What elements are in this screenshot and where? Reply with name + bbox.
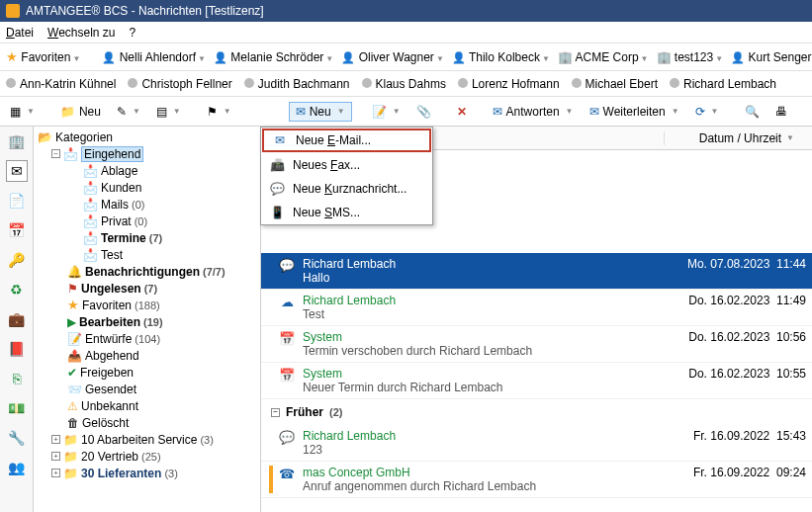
user-button[interactable]: 👤Ric	[807, 103, 813, 121]
tree-kunden[interactable]: 📩Kunden	[38, 179, 260, 196]
favorites-button[interactable]: ★ Favoriten▼	[6, 49, 80, 64]
nav-exit-icon[interactable]: ⎘	[6, 368, 28, 389]
nav-wrench-icon[interactable]: 🔧	[6, 427, 28, 449]
menu-wechseln[interactable]: Wechseln zu	[47, 26, 115, 40]
new-message-button[interactable]: ✉Neu▼	[289, 102, 352, 122]
tree-privat[interactable]: 📩Privat (0)	[38, 213, 260, 229]
tree-abgehend[interactable]: 📤Abgehend	[38, 347, 260, 364]
app-logo	[6, 4, 20, 18]
tree-freigeben[interactable]: ✔Freigeben	[38, 364, 260, 381]
nav-key-icon[interactable]: 🔑	[6, 249, 28, 271]
tree-abarbeiten[interactable]: +📁10 Abarbeiten Service (3)	[38, 431, 260, 448]
fav-contact[interactable]: Christoph Fellner	[128, 77, 231, 91]
fav-contact[interactable]: Michael Ebert	[572, 77, 658, 91]
msg-subject: Termin verschoben durch Richard Lembach	[303, 344, 668, 358]
tree-bearbeiten[interactable]: ▶Bearbeiten (19)	[38, 313, 260, 330]
tree-vertrieb[interactable]: +📁20 Vertrieb (25)	[38, 448, 260, 465]
tree-mails[interactable]: 📩Mails (0)	[38, 196, 260, 213]
chevron-down-icon: ▼	[786, 133, 794, 142]
layout-button[interactable]: ▦▼	[4, 103, 41, 121]
tree-ungelesen[interactable]: ⚑Ungelesen (7)	[38, 280, 260, 297]
status-dot-icon	[670, 78, 679, 88]
message-row[interactable]: 💬Richard Lembach123Fr. 16.09.2022 15:43	[261, 425, 812, 462]
tree-unbekannt[interactable]: ⚠Unbekannt	[38, 397, 260, 414]
collapse-icon[interactable]: −	[51, 149, 60, 158]
new-folder-button[interactable]: 📁Neu	[54, 103, 107, 121]
fav-person[interactable]: 👤 Thilo Kolbeck▼	[452, 50, 550, 64]
nav-building-icon[interactable]: 🏢	[6, 130, 28, 152]
message-row[interactable]: 📅SystemNeuer Termin durch Richard Lembac…	[261, 363, 812, 399]
dd-new-shortmsg[interactable]: 💬Neue Kurznachricht...	[261, 177, 432, 201]
tree-eingehend[interactable]: −📩Eingehend	[38, 145, 260, 162]
nav-book-icon[interactable]: 📕	[6, 338, 28, 360]
fav-contact[interactable]: Lorenz Hofmann	[458, 77, 560, 91]
fav-company[interactable]: 🏢 ACME Corp▼	[558, 50, 649, 64]
collapse-icon[interactable]: −	[271, 408, 280, 417]
nav-briefcase-icon[interactable]: 💼	[6, 308, 28, 330]
fav-person[interactable]: 👤 Kurt Senger▼	[731, 50, 812, 64]
tree-entwuerfe[interactable]: 📝Entwürfe (104)	[38, 330, 260, 347]
message-row[interactable]: 📅SystemTermin verschoben durch Richard L…	[261, 326, 812, 363]
msg-from: Richard Lembach	[303, 257, 668, 271]
delete-button[interactable]: ✕	[451, 103, 473, 121]
fav-contact[interactable]: Richard Lembach	[670, 77, 776, 91]
play-icon: ▶	[67, 315, 76, 329]
folder-icon: 📁	[63, 433, 78, 447]
nav-recycle-icon[interactable]: ♻	[6, 279, 28, 300]
msg-date: Do. 16.02.2023 11:49	[668, 294, 806, 321]
search-button[interactable]: 🔍	[739, 103, 766, 121]
message-row[interactable]: ☎mas Concept GmbHAnruf angenommen durch …	[261, 462, 812, 498]
nav-people-icon[interactable]: 👥	[6, 457, 28, 478]
menu-help[interactable]: ?	[130, 26, 136, 40]
fav-company[interactable]: 🏢 test123▼	[657, 50, 724, 64]
message-row[interactable]: ☁Richard LembachTestDo. 16.02.2023 11:49	[261, 290, 812, 326]
expand-icon[interactable]: +	[51, 435, 60, 444]
forward-button[interactable]: ✉Weiterleiten▼	[584, 103, 685, 121]
nav-calendar-icon[interactable]: 📅	[6, 219, 28, 241]
fav-person[interactable]: 👤 Melanie Schröder▼	[214, 50, 333, 64]
nav-document-icon[interactable]: 📄	[6, 190, 28, 212]
print-button[interactable]: 🖶	[769, 103, 793, 121]
tree-lieferanten[interactable]: +📁30 Lieferanten (3)	[38, 465, 260, 481]
message-row[interactable]: 💬Richard LembachHalloMo. 07.08.2023 11:4…	[261, 253, 812, 290]
fav-contact[interactable]: Ann-Katrin Kühnel	[6, 77, 116, 91]
fav-contact[interactable]: Klaus Dahms	[362, 77, 446, 91]
sent-icon: 📨	[67, 383, 82, 396]
reply-button[interactable]: ✉Antworten▼	[487, 103, 580, 121]
nav-money-icon[interactable]: 💵	[6, 397, 28, 419]
msg-from: Richard Lembach	[303, 294, 668, 307]
draft-icon: 📝	[67, 332, 82, 346]
expand-icon[interactable]: +	[51, 469, 60, 477]
edit-button[interactable]: ✎▼	[111, 103, 146, 121]
expand-icon[interactable]: +	[51, 452, 60, 461]
envelope-icon: ✉	[296, 105, 306, 119]
folder-icon: 📁	[60, 105, 75, 119]
tree-kategorien[interactable]: 📂Kategorien	[38, 128, 260, 145]
dd-new-fax[interactable]: 📠Neues Fax...	[261, 153, 432, 177]
nav-sidebar: 🏢 ✉ 📄 📅 🔑 ♻ 💼 📕 ⎘ 💵 🔧 👥	[0, 127, 34, 512]
tree-test[interactable]: 📩Test	[38, 246, 260, 263]
menu-datei[interactable]: Datei	[6, 26, 34, 40]
tree-favoriten[interactable]: ★Favoriten (188)	[38, 297, 260, 313]
tree-termine[interactable]: 📩Termine (7)	[38, 229, 260, 246]
filter-button[interactable]: ▤▼	[150, 103, 187, 121]
attach-button[interactable]: 📎	[410, 103, 437, 121]
fav-contact[interactable]: Judith Bachmann	[244, 77, 350, 91]
flag-button[interactable]: ⚑▼	[201, 103, 237, 121]
tree-geloescht[interactable]: 🗑Gelöscht	[38, 414, 260, 431]
fav-person[interactable]: 👤 Oliver Wagner▼	[341, 50, 444, 64]
note-button[interactable]: 📝▼	[366, 103, 406, 121]
msg-from: mas Concept GmbH	[303, 466, 668, 479]
tree-benachrichtigungen[interactable]: 🔔Benachrichtigungen (7/7)	[38, 263, 260, 280]
dd-new-email[interactable]: ✉Neue E-Mail...	[262, 128, 431, 152]
msg-type-icon: ☁	[277, 294, 297, 321]
group-header[interactable]: − Früher (2)	[261, 399, 812, 425]
tree-ablage[interactable]: 📩Ablage	[38, 162, 260, 179]
send-receive-button[interactable]: ⟳▼	[689, 103, 725, 121]
fav-person[interactable]: 👤 Nelli Ahlendorf▼	[102, 50, 206, 64]
nav-mail-icon[interactable]: ✉	[6, 160, 28, 182]
dd-new-sms[interactable]: 📱Neue SMS...	[261, 201, 432, 224]
message-icon: 💬	[269, 182, 285, 196]
date-column-header[interactable]: Datum / Uhrzeit▼	[664, 131, 812, 145]
tree-gesendet[interactable]: 📨Gesendet	[38, 381, 260, 397]
